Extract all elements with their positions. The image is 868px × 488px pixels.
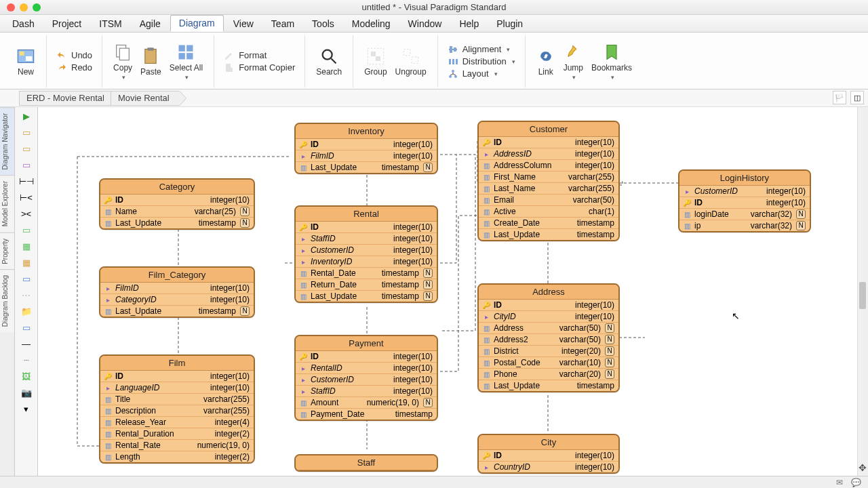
column-row[interactable]: ▸CountryIDinteger(10): [479, 461, 618, 472]
column-row[interactable]: ▥Postal_Codevarchar(10)N: [479, 357, 618, 368]
column-row[interactable]: ▥ipvarchar(32)N: [679, 220, 810, 231]
camera-icon[interactable]: 📷: [19, 386, 34, 399]
undo-button[interactable]: Undo: [56, 50, 92, 61]
column-row[interactable]: ▥Amountnumeric(19, 0)N: [296, 396, 437, 408]
column-row[interactable]: 🔑IDinteger(10): [296, 351, 437, 362]
entity3-icon[interactable]: ▭: [19, 159, 34, 171]
menu-help[interactable]: Help: [451, 16, 487, 31]
image-icon[interactable]: 🖼: [19, 370, 34, 382]
column-row[interactable]: ▥Titlevarchar(255): [100, 393, 254, 405]
diagram-canvas[interactable]: ↖ Category🔑IDinteger(10)▥Namevarchar(25)…: [38, 107, 857, 476]
column-row[interactable]: ▥Phonevarchar(20)N: [479, 368, 618, 380]
menu-plugin[interactable]: Plugin: [488, 16, 531, 31]
paste-button[interactable]: Paste: [136, 47, 165, 77]
cursor-tool-icon[interactable]: ▶: [19, 110, 34, 122]
column-row[interactable]: ▥Districtinteger(20)N: [479, 345, 618, 357]
tab-model-explorer[interactable]: Model Explorer: [0, 175, 14, 232]
column-row[interactable]: ▥Last_Updatetimestamp: [479, 228, 618, 240]
link-button[interactable]: Link: [532, 47, 559, 77]
entity1-icon[interactable]: ▭: [19, 126, 34, 138]
column-row[interactable]: ▥Last_UpdatetimestampN: [100, 217, 254, 228]
column-row[interactable]: ▸LanguageIDinteger(10): [100, 382, 254, 393]
column-row[interactable]: ▥Descriptionvarchar(255): [100, 405, 254, 416]
column-row[interactable]: ▥Release_Yearinteger(4): [100, 416, 254, 428]
column-row[interactable]: ▥Rental_DatetimestampN: [296, 267, 437, 279]
column-row[interactable]: ▥First_Namevarchar(255): [479, 171, 618, 182]
entity-category[interactable]: Category🔑IDinteger(10)▥Namevarchar(25)N▥…: [99, 178, 255, 230]
dash-line-icon[interactable]: ┄: [19, 354, 34, 366]
column-row[interactable]: ▸CategoryIDinteger(10): [100, 293, 254, 305]
entity-staff[interactable]: Staff: [294, 454, 438, 472]
redo-button[interactable]: Redo: [56, 62, 92, 73]
column-row[interactable]: 🔑IDinteger(10): [679, 197, 810, 208]
menu-window[interactable]: Window: [400, 16, 450, 31]
column-row[interactable]: ▸CustomerIDinteger(10): [296, 373, 437, 385]
entity-loginhistory[interactable]: LoginHistory▸CustomerIDinteger(10)🔑IDint…: [678, 169, 811, 232]
column-row[interactable]: ▥Activechar(1): [479, 205, 618, 217]
menu-dash[interactable]: Dash: [4, 16, 43, 31]
reference-map-icon[interactable]: 🏳️: [833, 91, 846, 104]
vertical-scrollbar[interactable]: [857, 107, 868, 476]
column-row[interactable]: ▸InventoryIDinteger(10): [296, 256, 437, 267]
rel-many-many-icon[interactable]: ><: [19, 207, 34, 220]
mail-icon[interactable]: ✉: [836, 478, 843, 487]
column-row[interactable]: ▥Rental_Durationinteger(2): [100, 428, 254, 439]
column-row[interactable]: ▥Last_UpdatetimestampN: [100, 305, 254, 317]
column-row[interactable]: ▸FilmIDinteger(10): [100, 283, 254, 293]
table-green-icon[interactable]: ▦: [19, 240, 34, 252]
menu-project[interactable]: Project: [44, 16, 90, 31]
menu-diagram[interactable]: Diagram: [170, 15, 224, 32]
menu-team[interactable]: Team: [263, 16, 302, 31]
note-blue-icon[interactable]: ▭: [19, 272, 34, 285]
column-row[interactable]: ▥Last_Namevarchar(255): [479, 182, 618, 194]
column-row[interactable]: 🔑IDinteger(10): [100, 195, 254, 205]
column-row[interactable]: ▥Rental_Ratenumeric(19, 0): [100, 439, 254, 451]
column-row[interactable]: ▸RentalIDinteger(10): [296, 362, 437, 373]
zoom-icon[interactable]: [33, 3, 41, 12]
column-row[interactable]: ▥Last_UpdatetimestampN: [296, 161, 437, 173]
menu-view[interactable]: View: [225, 16, 262, 31]
column-row[interactable]: ▥Return_DatetimestampN: [296, 279, 437, 290]
column-row[interactable]: 🔑IDinteger(10): [479, 300, 618, 310]
column-row[interactable]: 🔑IDinteger(10): [479, 137, 618, 148]
alignment-button[interactable]: Alignment▾: [448, 44, 515, 55]
bookmarks-button[interactable]: Bookmarks▾: [587, 43, 636, 81]
layout-button[interactable]: Layout▾: [448, 68, 515, 79]
tab-diagram-navigator[interactable]: Diagram Navigator: [0, 107, 14, 175]
entity-inventory[interactable]: Inventory🔑IDinteger(10)▸FilmIDinteger(10…: [294, 123, 438, 174]
menu-tools[interactable]: Tools: [304, 16, 342, 31]
entity-payment[interactable]: Payment🔑IDinteger(10)▸RentalIDinteger(10…: [294, 335, 438, 421]
jump-button[interactable]: Jump▾: [559, 43, 587, 81]
entity-rental[interactable]: Rental🔑IDinteger(10)▸StaffIDinteger(10)▸…: [294, 205, 438, 303]
column-row[interactable]: ▥Payment_Datetimestamp: [296, 408, 437, 420]
entity-address[interactable]: Address🔑IDinteger(10)▸CityIDinteger(10)▥…: [477, 283, 620, 392]
view-green-icon[interactable]: ▭: [19, 224, 34, 236]
menu-agile[interactable]: Agile: [132, 16, 169, 31]
minimize-icon[interactable]: [20, 3, 28, 12]
tab-property[interactable]: Property: [0, 232, 14, 270]
column-row[interactable]: ▥Lengthinteger(2): [100, 451, 254, 462]
search-button[interactable]: Search: [312, 47, 346, 77]
folder-icon[interactable]: 📁: [19, 305, 34, 317]
crumb-current[interactable]: Movie Rental: [111, 91, 180, 106]
column-row[interactable]: 🔑IDinteger(10): [296, 222, 437, 232]
column-row[interactable]: ▸AddressIDinteger(10): [479, 148, 618, 159]
column-row[interactable]: 🔑IDinteger(10): [296, 139, 437, 150]
column-row[interactable]: ▥Emailvarchar(50): [479, 194, 618, 205]
column-row[interactable]: ▸StaffIDinteger(10): [296, 232, 437, 244]
column-row[interactable]: ▸FilmIDinteger(10): [296, 150, 437, 161]
column-row[interactable]: ▥Last_UpdatetimestampN: [296, 290, 437, 302]
select-all-button[interactable]: Select All▾: [165, 43, 207, 81]
pan-icon[interactable]: ✥: [859, 462, 867, 473]
column-row[interactable]: ▥Create_Datetimestamp: [479, 217, 618, 228]
column-row[interactable]: ▸StaffIDinteger(10): [296, 385, 437, 396]
new-button[interactable]: New: [12, 47, 39, 77]
entity-city[interactable]: City🔑IDinteger(10)▸CountryIDinteger(10): [477, 434, 620, 474]
overview-icon[interactable]: ◫: [850, 91, 864, 104]
column-row[interactable]: ▥Last_Updatetimestamp: [479, 380, 618, 391]
column-row[interactable]: ▸CityIDinteger(10): [479, 310, 618, 322]
menu-modeling[interactable]: Modeling: [344, 16, 399, 31]
package-icon[interactable]: ▭: [19, 321, 34, 333]
menu-itsm[interactable]: ITSM: [91, 16, 130, 31]
column-row[interactable]: ▥loginDatevarchar(32)N: [679, 208, 810, 220]
